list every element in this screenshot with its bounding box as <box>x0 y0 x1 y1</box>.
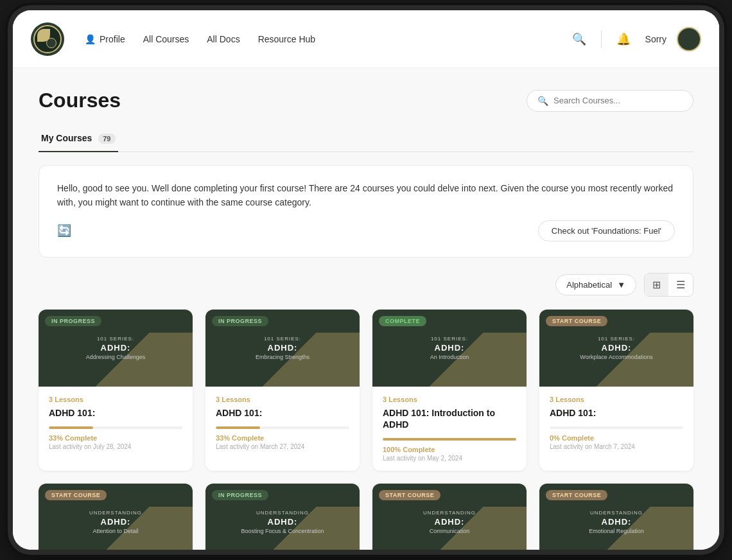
search-button[interactable]: 🔍 <box>568 28 591 51</box>
series-label: 101 SERIES: <box>580 336 652 342</box>
card-image-text: UNDERSTANDING ADHD: Emotional Regulation <box>589 510 644 534</box>
card-body: 3 Lessons ADHD 101: 33% Complete Last ac… <box>39 387 193 459</box>
notifications-button[interactable]: 🔔 <box>612 28 635 51</box>
status-badge: START COURSE <box>546 490 607 500</box>
last-activity: Last activity on March 7, 2024 <box>550 443 683 450</box>
course-card[interactable]: IN PROGRESS 101 SERIES: ADHD: Embracing … <box>205 310 360 471</box>
sign-in-label[interactable]: Sorry <box>645 34 667 44</box>
course-title: ADHD 101: <box>550 407 683 419</box>
banner-text: Hello, good to see you. Well done comple… <box>57 181 675 210</box>
card-body: 3 Lessons ADHD 101: 0% Complete Last act… <box>539 387 693 459</box>
last-activity: Last activity on July 28, 2024 <box>49 443 182 450</box>
course-card[interactable]: START COURSE UNDERSTANDING ADHD: Emotion… <box>539 484 693 550</box>
series-title: ADHD: <box>589 517 644 527</box>
cta-button[interactable]: Check out 'Foundations: Fuel' <box>538 220 675 241</box>
avatar[interactable] <box>677 27 701 51</box>
lessons-count: 3 Lessons <box>383 396 516 403</box>
grid-view-button[interactable]: ⊞ <box>645 274 668 296</box>
course-card[interactable]: START COURSE UNDERSTANDING ADHD: Attenti… <box>39 484 193 550</box>
status-badge: COMPLETE <box>379 316 426 326</box>
info-banner: Hello, good to see you. Well done comple… <box>39 165 693 258</box>
series-title: ADHD: <box>86 343 146 353</box>
course-card[interactable]: START COURSE UNDERSTANDING ADHD: Communi… <box>372 484 527 550</box>
series-label: UNDERSTANDING <box>423 510 476 516</box>
nav-profile[interactable]: 👤 Profile <box>85 34 125 44</box>
progress-bar-fill <box>49 426 93 429</box>
card-image: START COURSE 101 SERIES: ADHD: Workplace… <box>539 310 693 387</box>
main-content: Courses 🔍 My Courses 79 Hello, good to s… <box>13 68 719 550</box>
series-title: ADHD: <box>430 343 469 353</box>
tab-badge: 79 <box>98 134 115 144</box>
page-header: Courses 🔍 <box>39 89 693 112</box>
last-activity: Last activity on May 2, 2024 <box>383 455 516 462</box>
progress-bar-wrap <box>49 426 182 429</box>
card-image-text: UNDERSTANDING ADHD: Communication <box>423 510 476 534</box>
search-input[interactable] <box>553 96 683 105</box>
sort-select[interactable]: Alphabetical ▼ <box>555 274 636 295</box>
course-card[interactable]: IN PROGRESS 101 SERIES: ADHD: Addressing… <box>39 310 193 471</box>
course-card[interactable]: COMPLETE 101 SERIES: ADHD: An Introducti… <box>372 310 527 471</box>
lessons-count: 3 Lessons <box>216 396 349 403</box>
series-sub: Emotional Regulation <box>589 528 644 534</box>
series-label: 101 SERIES: <box>256 336 309 342</box>
list-view-button[interactable]: ☰ <box>668 274 693 296</box>
card-image-text: 101 SERIES: ADHD: Addressing Challenges <box>86 336 146 360</box>
series-label: UNDERSTANDING <box>241 510 324 516</box>
progress-bar-wrap <box>550 426 683 429</box>
course-card[interactable]: IN PROGRESS UNDERSTANDING ADHD: Boosting… <box>205 484 360 550</box>
card-image: IN PROGRESS UNDERSTANDING ADHD: Boosting… <box>205 484 360 550</box>
view-toggle: ⊞ ☰ <box>644 273 693 297</box>
nav-right: 🔍 🔔 Sorry <box>568 27 701 51</box>
series-sub: Workplace Accommodations <box>580 354 652 360</box>
progress-text: 100% Complete <box>383 446 516 453</box>
progress-text: 33% Complete <box>216 434 349 442</box>
series-title: ADHD: <box>580 343 652 353</box>
card-body: 3 Lessons ADHD 101: Introduction to ADHD… <box>372 387 527 471</box>
refresh-icon: 🔄 <box>57 223 71 238</box>
search-icon: 🔍 <box>537 96 548 106</box>
device-frame: 👤 Profile All Courses All Docs Resource … <box>13 10 719 550</box>
nav-all-docs[interactable]: All Docs <box>207 34 240 44</box>
nav-links: 👤 Profile All Courses All Docs Resource … <box>85 34 547 44</box>
series-sub: Boosting Focus & Concentration <box>241 528 324 534</box>
card-image: IN PROGRESS 101 SERIES: ADHD: Embracing … <box>205 310 360 387</box>
status-badge: IN PROGRESS <box>212 490 268 500</box>
card-image-text: UNDERSTANDING ADHD: Attention to Detail <box>89 510 142 534</box>
series-label: 101 SERIES: <box>430 336 469 342</box>
course-title: ADHD 101: <box>49 407 182 419</box>
card-image: IN PROGRESS 101 SERIES: ADHD: Addressing… <box>39 310 193 387</box>
logo[interactable] <box>31 22 64 56</box>
series-title: ADHD: <box>256 343 309 353</box>
series-sub: Attention to Detail <box>89 528 142 534</box>
card-image-text: 101 SERIES: ADHD: An Introduction <box>430 336 469 360</box>
card-image: START COURSE UNDERSTANDING ADHD: Attenti… <box>39 484 193 550</box>
search-bar[interactable]: 🔍 <box>527 90 693 112</box>
series-label: UNDERSTANDING <box>589 510 644 516</box>
course-card[interactable]: START COURSE 101 SERIES: ADHD: Workplace… <box>539 310 693 471</box>
navbar: 👤 Profile All Courses All Docs Resource … <box>13 10 719 68</box>
card-image-text: UNDERSTANDING ADHD: Boosting Focus & Con… <box>241 510 324 534</box>
card-image-text: 101 SERIES: ADHD: Workplace Accommodatio… <box>580 336 652 360</box>
card-image-text: 101 SERIES: ADHD: Embracing Strengths <box>256 336 309 360</box>
nav-all-courses[interactable]: All Courses <box>143 34 189 44</box>
course-title: ADHD 101: Introduction to ADHD <box>383 407 516 430</box>
nav-resource-hub[interactable]: Resource Hub <box>258 34 316 44</box>
series-title: ADHD: <box>241 517 324 527</box>
last-activity: Last activity on March 27, 2024 <box>216 443 349 450</box>
progress-bar-fill <box>216 426 260 429</box>
series-sub: Embracing Strengths <box>256 354 309 360</box>
lessons-count: 3 Lessons <box>550 396 683 403</box>
card-image: START COURSE UNDERSTANDING ADHD: Emotion… <box>539 484 693 550</box>
status-badge: START COURSE <box>45 490 107 500</box>
chevron-down-icon: ▼ <box>617 280 625 290</box>
progress-bar-wrap <box>216 426 349 429</box>
progress-text: 33% Complete <box>49 434 182 442</box>
series-label: UNDERSTANDING <box>89 510 142 516</box>
series-label: 101 SERIES: <box>86 336 146 342</box>
status-badge: START COURSE <box>379 490 440 500</box>
status-badge: IN PROGRESS <box>45 316 101 326</box>
sort-row: Alphabetical ▼ ⊞ ☰ <box>39 273 693 297</box>
progress-bar-wrap <box>383 438 516 441</box>
series-sub: Addressing Challenges <box>86 354 146 360</box>
tab-my-courses[interactable]: My Courses 79 <box>39 128 118 152</box>
